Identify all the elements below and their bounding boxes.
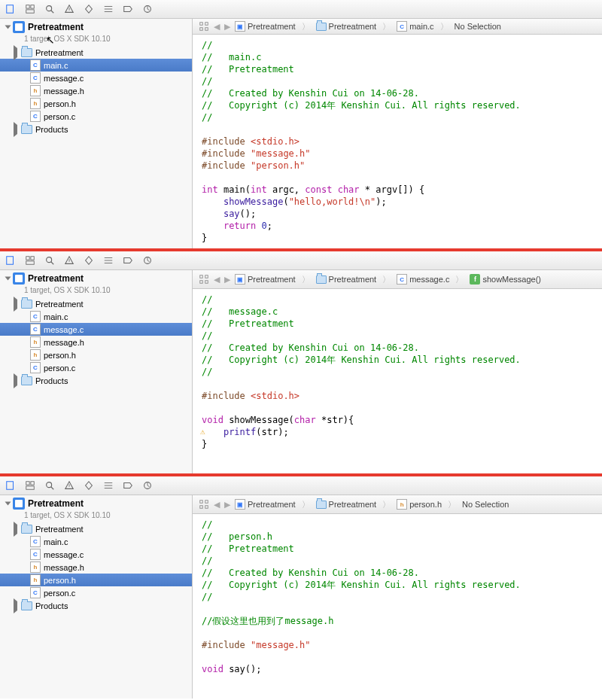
- navigator-toolbar: [0, 251, 602, 270]
- crumb-file[interactable]: Cmessage.c: [397, 274, 449, 285]
- folder-pretreatment[interactable]: Pretreatment: [0, 297, 192, 310]
- symbol-navigator-icon[interactable]: [24, 3, 36, 15]
- folder-products[interactable]: Products: [0, 123, 192, 135]
- crumb-project[interactable]: ▣Pretreatment: [235, 499, 296, 510]
- chevron-icon: 〉: [455, 274, 464, 285]
- issue-navigator-icon[interactable]: [63, 254, 75, 266]
- c-file-icon: C: [30, 536, 41, 547]
- file-message-h[interactable]: hmessage.h: [0, 84, 192, 97]
- folder-products[interactable]: Products: [0, 374, 192, 387]
- warning-icon[interactable]: ⚠: [200, 426, 205, 438]
- issue-navigator-icon[interactable]: [63, 3, 75, 15]
- file-person-c[interactable]: Cperson.c: [0, 361, 192, 374]
- search-icon[interactable]: [44, 3, 56, 15]
- project-name: Pretreatment: [28, 273, 84, 284]
- issue-navigator-icon[interactable]: [63, 479, 75, 492]
- search-icon[interactable]: [44, 254, 56, 266]
- related-items-icon[interactable]: [199, 274, 209, 285]
- crumb-folder[interactable]: Pretreatment: [316, 500, 377, 509]
- breakpoint-navigator-icon[interactable]: [122, 479, 134, 492]
- source-editor[interactable]: // // person.h // Pretreatment // // Cre…: [193, 514, 602, 698]
- h-file-icon: h: [397, 499, 407, 510]
- h-file-icon: h: [30, 336, 41, 348]
- file-main-c[interactable]: Cmain.c: [0, 535, 192, 548]
- svg-point-38: [47, 482, 52, 488]
- project-row[interactable]: Pretreatment: [0, 270, 192, 287]
- svg-rect-19: [31, 257, 34, 260]
- file-person-h[interactable]: hperson.h: [0, 348, 192, 361]
- svg-rect-14: [205, 23, 208, 26]
- file-message-h[interactable]: hmessage.h: [0, 336, 192, 348]
- disclosure-triangle-icon[interactable]: [14, 122, 17, 137]
- h-file-icon: h: [30, 85, 41, 96]
- forward-icon[interactable]: ▶: [224, 22, 230, 32]
- svg-rect-15: [200, 28, 203, 31]
- crumb-selection[interactable]: No Selection: [455, 22, 501, 31]
- crumb-folder[interactable]: Pretreatment: [316, 22, 377, 31]
- report-navigator-icon[interactable]: [141, 3, 154, 15]
- disclosure-triangle-icon[interactable]: [5, 26, 11, 29]
- debug-navigator-icon[interactable]: [102, 254, 114, 266]
- debug-navigator-icon[interactable]: [102, 3, 114, 15]
- disclosure-triangle-icon[interactable]: [5, 277, 11, 281]
- folder-pretreatment[interactable]: Pretreatment: [0, 46, 192, 59]
- report-navigator-icon[interactable]: [141, 479, 154, 492]
- file-message-c[interactable]: Cmessage.c: [0, 72, 192, 84]
- back-icon[interactable]: ◀: [214, 500, 220, 510]
- file-navigator-icon[interactable]: [5, 3, 17, 15]
- crumb-file[interactable]: Cmain.c: [397, 21, 433, 32]
- report-navigator-icon[interactable]: [141, 254, 154, 266]
- test-navigator-icon[interactable]: [83, 254, 95, 266]
- xcode-project-icon: ▣: [235, 499, 245, 510]
- svg-point-21: [47, 257, 52, 263]
- crumb-project[interactable]: ▣Pretreatment: [235, 274, 296, 285]
- disclosure-triangle-icon[interactable]: [14, 522, 17, 537]
- file-main-c[interactable]: Cmain.c: [0, 310, 192, 323]
- disclosure-triangle-icon[interactable]: [14, 598, 17, 613]
- folder-products[interactable]: Products: [0, 599, 192, 612]
- file-message-h[interactable]: hmessage.h: [0, 561, 192, 574]
- forward-icon[interactable]: ▶: [224, 500, 230, 510]
- crumb-selection[interactable]: No Selection: [462, 500, 509, 509]
- test-navigator-icon[interactable]: [83, 3, 95, 15]
- file-person-c[interactable]: Cperson.c: [0, 110, 192, 123]
- symbol-navigator-icon[interactable]: [24, 254, 36, 266]
- c-file-icon: C: [30, 362, 41, 373]
- source-editor[interactable]: // // message.c // Pretreatment // // Cr…: [193, 289, 602, 473]
- breakpoint-navigator-icon[interactable]: [122, 3, 134, 15]
- test-navigator-icon[interactable]: [83, 479, 95, 492]
- file-person-h[interactable]: hperson.h: [0, 574, 192, 586]
- disclosure-triangle-icon[interactable]: [14, 45, 17, 60]
- crumb-project[interactable]: ▣Pretreatment: [235, 21, 296, 32]
- related-items-icon[interactable]: [199, 21, 209, 32]
- search-icon[interactable]: [44, 479, 56, 492]
- related-items-icon[interactable]: [199, 499, 209, 510]
- folder-pretreatment[interactable]: Pretreatment: [0, 522, 192, 535]
- back-icon[interactable]: ◀: [214, 22, 220, 32]
- symbol-navigator-icon[interactable]: [24, 479, 36, 492]
- crumb-folder[interactable]: Pretreatment: [316, 275, 377, 284]
- disclosure-triangle-icon[interactable]: [14, 373, 17, 388]
- file-person-c[interactable]: Cperson.c: [0, 586, 192, 599]
- svg-rect-1: [26, 5, 29, 8]
- xcode-project-icon: ▣: [235, 274, 245, 285]
- folder-icon: [21, 48, 32, 57]
- file-navigator-icon[interactable]: [5, 479, 17, 492]
- project-row[interactable]: Pretreatment: [0, 19, 192, 35]
- file-message-c[interactable]: Cmessage.c: [0, 323, 192, 336]
- crumb-file[interactable]: hperson.h: [397, 499, 442, 510]
- forward-icon[interactable]: ▶: [224, 275, 230, 285]
- file-person-h[interactable]: hperson.h: [0, 97, 192, 110]
- breakpoint-navigator-icon[interactable]: [122, 254, 134, 266]
- file-main-c[interactable]: Cmain.c: [0, 59, 192, 72]
- file-navigator-icon[interactable]: [5, 254, 17, 266]
- file-message-c[interactable]: Cmessage.c: [0, 548, 192, 561]
- source-editor[interactable]: // // main.c // Pretreatment // // Creat…: [193, 35, 602, 248]
- disclosure-triangle-icon[interactable]: [14, 297, 17, 312]
- project-row[interactable]: Pretreatment: [0, 495, 192, 512]
- folder-icon: [316, 501, 327, 509]
- disclosure-triangle-icon[interactable]: [5, 502, 11, 506]
- debug-navigator-icon[interactable]: [102, 479, 114, 492]
- crumb-function[interactable]: fshowMessage(): [470, 274, 541, 285]
- back-icon[interactable]: ◀: [214, 275, 220, 285]
